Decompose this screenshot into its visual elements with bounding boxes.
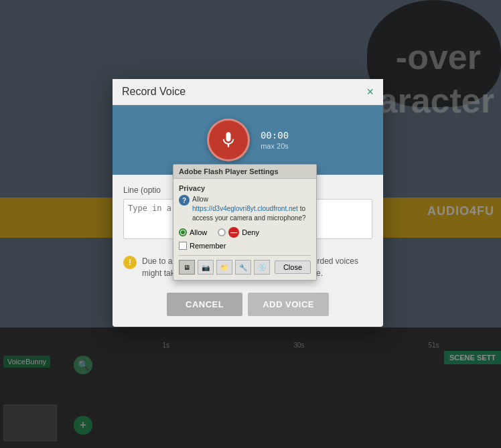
dialog-close-button[interactable]: × bbox=[366, 86, 374, 98]
deny-icon: — bbox=[228, 227, 239, 238]
flash-tab-folder[interactable]: 📁 bbox=[216, 260, 232, 275]
dialog-title: Record Voice bbox=[122, 86, 186, 98]
flash-allow-option[interactable]: Allow bbox=[179, 228, 207, 236]
dialog-footer: CANCEL ADD VOICE bbox=[113, 286, 383, 327]
allow-label: Allow bbox=[190, 228, 207, 236]
flash-tab-icons: 🖥 📷 📁 🔧 💿 bbox=[179, 260, 270, 275]
flash-tab-disc[interactable]: 💿 bbox=[254, 260, 270, 275]
warning-icon: ! bbox=[123, 256, 137, 269]
deny-radio[interactable] bbox=[218, 228, 226, 236]
timer-max: max 20s bbox=[261, 142, 289, 150]
flash-link[interactable]: https://d3v4eglovri8yt.cloudfront.net bbox=[192, 205, 298, 212]
mic-record-button[interactable] bbox=[207, 119, 250, 161]
flash-tab-camera[interactable]: 📷 bbox=[198, 260, 214, 275]
flash-content: Privacy ? Allow https://d3v4eglovri8yt.c… bbox=[173, 179, 316, 280]
flash-question-row: ? Allow https://d3v4eglovri8yt.cloudfron… bbox=[179, 195, 311, 223]
flash-radio-row: Allow — Deny bbox=[179, 227, 311, 238]
add-voice-button[interactable]: ADD VOICE bbox=[248, 293, 329, 316]
deny-label: Deny bbox=[242, 228, 259, 236]
remember-checkbox[interactable] bbox=[179, 242, 187, 250]
dialog-title-bar: Record Voice × bbox=[113, 79, 383, 105]
flash-tabs: 🖥 📷 📁 🔧 💿 Close bbox=[179, 255, 311, 275]
flash-permission-text: Allow https://d3v4eglovri8yt.cloudfront.… bbox=[192, 195, 311, 223]
remember-label: Remember bbox=[190, 242, 226, 250]
allow-radio-inner bbox=[181, 230, 185, 234]
flash-player-settings-popup: Adobe Flash Player Settings Privacy ? Al… bbox=[173, 164, 317, 281]
allow-radio[interactable] bbox=[179, 228, 187, 236]
flash-tab-settings[interactable]: 🔧 bbox=[235, 260, 251, 275]
flash-title-bar: Adobe Flash Player Settings bbox=[173, 165, 316, 179]
timer-display: 00:00 max 20s bbox=[261, 130, 289, 150]
flash-section-label: Privacy bbox=[179, 184, 311, 192]
cancel-button[interactable]: CANCEL bbox=[167, 293, 242, 316]
flash-remember-row: Remember bbox=[179, 242, 311, 250]
flash-deny-option[interactable]: — Deny bbox=[218, 227, 259, 238]
timer-time: 00:00 bbox=[261, 130, 289, 141]
mic-icon bbox=[219, 131, 238, 149]
flash-tab-display[interactable]: 🖥 bbox=[179, 260, 195, 275]
flash-close-button[interactable]: Close bbox=[275, 260, 311, 274]
flash-help-icon[interactable]: ? bbox=[179, 195, 190, 206]
